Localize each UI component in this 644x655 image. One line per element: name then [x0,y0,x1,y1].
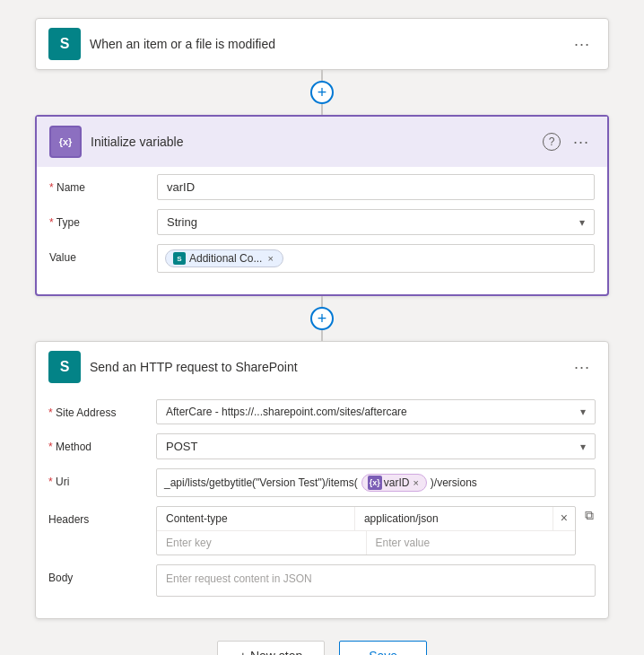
body-label: Body [48,564,147,584]
new-step-button[interactable]: + New step [217,641,325,655]
save-button[interactable]: Save [339,641,427,655]
help-button[interactable]: ? [543,133,561,151]
site-address-value: AfterCare - https://...sharepoint.com/si… [166,406,407,418]
trigger-title: When an item or a file is modified [90,37,560,51]
value-chip: S Additional Co... × [165,249,283,267]
connector-line-1 [321,70,323,81]
uri-suffix: )/versions [431,476,477,489]
chip-icon: S [173,252,186,265]
uri-label: Uri [48,468,147,488]
connector-line-1b [321,104,323,115]
type-value: String [167,215,197,229]
value-label: Value [49,244,148,264]
name-field-row: Name [49,174,595,200]
uri-row: Uri _api/lists/getbytitle("Version Test"… [48,468,596,497]
header-copy-button[interactable]: ⧉ [583,506,596,525]
value-field-row: Value S Additional Co... × [49,244,595,273]
connector-line-2b [321,330,323,341]
uri-variable-name: varID [384,476,410,489]
header-row-close-button[interactable]: × [553,507,575,530]
body-row: Body Enter request content in JSON [48,564,596,597]
http-card: S Send an HTTP request to SharePoint ···… [35,341,609,619]
site-address-row: Site Address AfterCare - https://...shar… [48,399,596,424]
uri-prefix: _api/lists/getbytitle("Version Test")/it… [164,476,358,489]
uri-input[interactable]: _api/lists/getbytitle("Version Test")/it… [156,468,596,497]
type-chevron-icon: ▾ [579,216,585,229]
header-key-cell: Content-type [157,507,355,530]
value-input[interactable]: S Additional Co... × [157,244,595,273]
connector-line-2a [321,296,323,307]
trigger-card: S When an item or a file is modified ··· [35,18,609,70]
method-chevron-icon: ▾ [580,441,586,453]
name-input[interactable] [157,174,595,200]
connector-2: + [310,296,334,341]
connector-1: + [310,70,334,115]
bottom-actions: + New step Save [217,641,427,655]
trigger-icon: S [48,28,81,60]
uri-variable-chip: {x} varID × [361,474,427,492]
header-key-value: Content-type [166,512,228,525]
uri-variable-close-button[interactable]: × [411,477,420,488]
type-label: Type [49,209,148,229]
header-row-2: Enter key Enter value [157,531,575,555]
site-address-label: Site Address [48,399,147,419]
header-row-1: Content-type application/json × [157,507,575,531]
init-variable-body: Name Type String ▾ Value S Additional Co… [37,167,607,294]
header-value-cell: application/json [355,507,553,530]
site-address-chevron-icon: ▾ [580,406,586,418]
init-variable-menu-button[interactable]: ··· [568,129,595,155]
headers-actions: ⧉ [583,506,596,525]
chip-close-button[interactable]: × [265,253,274,264]
method-value: POST [166,440,197,453]
add-step-button-1[interactable]: + [310,81,334,104]
body-placeholder: Enter request content in JSON [166,572,312,585]
type-field-row: Type String ▾ [49,209,595,235]
http-card-body: Site Address AfterCare - https://...shar… [36,392,608,618]
trigger-menu-button[interactable]: ··· [569,31,596,57]
chip-text: Additional Co... [189,252,262,265]
type-select[interactable]: String ▾ [157,209,595,235]
http-card-icon: S [48,351,81,383]
method-row: Method POST ▾ [48,433,596,459]
body-input[interactable]: Enter request content in JSON [156,564,596,597]
http-card-title: Send an HTTP request to SharePoint [90,360,560,374]
http-menu-button[interactable]: ··· [569,354,596,380]
variable-card-icon: {x} [49,126,82,158]
header-key-placeholder[interactable]: Enter key [157,531,367,555]
method-label: Method [48,433,147,453]
add-step-button-2[interactable]: + [310,307,334,330]
headers-label: Headers [48,506,147,526]
method-select[interactable]: POST ▾ [156,433,596,459]
name-label: Name [49,174,148,194]
headers-row: Headers Content-type application/json × [48,506,596,555]
variable-chip-icon: {x} [368,476,382,490]
init-variable-card: {x} Initialize variable ? ··· Name Type … [35,115,609,296]
site-address-select[interactable]: AfterCare - https://...sharepoint.com/si… [156,399,596,424]
init-variable-title: Initialize variable [91,135,534,149]
header-value-placeholder[interactable]: Enter value [367,531,576,555]
header-value-value: application/json [364,512,439,525]
headers-table: Content-type application/json × Enter ke… [156,506,576,555]
